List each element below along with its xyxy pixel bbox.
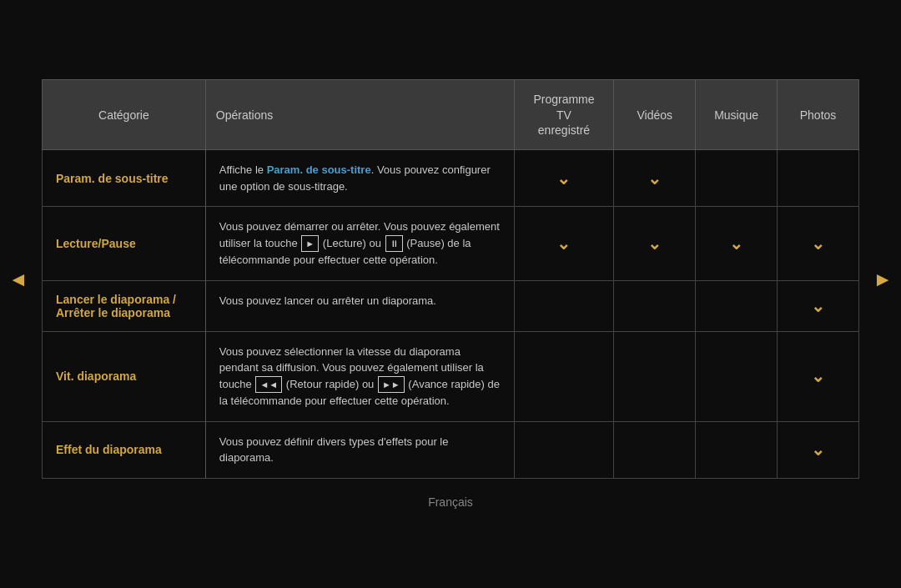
check-icon: ⌄: [647, 168, 662, 188]
musique-check-cell: ⌄: [696, 207, 778, 281]
operations-cell: Vous pouvez lancer ou arrêter un diapora…: [205, 280, 514, 331]
videos-check-cell: [614, 331, 696, 421]
tv-check-cell: [514, 421, 614, 478]
musique-check-cell: [696, 150, 778, 207]
videos-check-cell: [614, 421, 696, 478]
photos-check-cell: ⌄: [778, 280, 859, 331]
header-musique: Musique: [696, 80, 778, 150]
header-photos: Photos: [778, 80, 859, 150]
check-icon: ⌄: [729, 234, 743, 254]
photos-check-cell: [778, 150, 859, 207]
category-cell: Lancer le diaporama / Arrêter le diapora…: [43, 280, 206, 331]
check-icon: ⌄: [811, 234, 825, 254]
check-icon: ⌄: [556, 234, 571, 254]
check-icon: ⌄: [811, 440, 825, 460]
header-category: Catégorie: [43, 80, 206, 150]
table-row: Param. de sous-titre Affiche le Param. d…: [43, 150, 859, 207]
header-videos: Vidéos: [614, 80, 696, 150]
nav-arrow-right[interactable]: ►: [873, 268, 893, 291]
header-operations: Opérations: [205, 80, 514, 150]
tv-check-cell: ⌄: [514, 150, 614, 207]
check-icon: ⌄: [811, 296, 825, 316]
photos-check-cell: ⌄: [778, 331, 859, 421]
highlight-text: Param. de sous-titre: [267, 163, 371, 176]
videos-check-cell: ⌄: [614, 150, 696, 207]
forward-button-icon: ►►: [378, 376, 405, 394]
table-row: Effet du diaporama Vous pouvez définir d…: [43, 421, 859, 478]
musique-check-cell: [696, 421, 778, 478]
tv-check-cell: [514, 280, 614, 331]
header-tv: ProgrammeTVenregistré: [514, 80, 614, 150]
main-container: ◄ Catégorie Opérations ProgrammeTVenregi…: [42, 79, 859, 478]
category-cell: Effet du diaporama: [43, 421, 206, 478]
tv-check-cell: [514, 331, 614, 421]
tv-check-cell: ⌄: [514, 207, 614, 281]
pause-button-icon: ⏸: [385, 235, 403, 253]
nav-arrow-left[interactable]: ◄: [8, 268, 28, 291]
table-row: Lancer le diaporama / Arrêter le diapora…: [43, 280, 859, 331]
category-cell: Lecture/Pause: [43, 207, 206, 281]
operations-cell: Vous pouvez sélectionner la vitesse du d…: [205, 331, 514, 421]
feature-table: Catégorie Opérations ProgrammeTVenregist…: [42, 79, 859, 478]
footer-language: Français: [428, 495, 473, 509]
musique-check-cell: [696, 331, 778, 421]
category-cell: Vit. diaporama: [43, 331, 206, 421]
table-row: Lecture/Pause Vous pouvez démarrer ou ar…: [43, 207, 859, 281]
operations-cell: Affiche le Param. de sous-titre. Vous po…: [205, 150, 514, 207]
check-icon: ⌄: [811, 366, 825, 386]
check-icon: ⌄: [556, 168, 571, 188]
table-row: Vit. diaporama Vous pouvez sélectionner …: [43, 331, 859, 421]
photos-check-cell: ⌄: [778, 207, 859, 281]
operations-cell: Vous pouvez démarrer ou arrêter. Vous po…: [205, 207, 514, 281]
check-icon: ⌄: [647, 234, 662, 254]
operations-cell: Vous pouvez définir divers types d'effet…: [205, 421, 514, 478]
play-button-icon: ►: [301, 235, 319, 253]
videos-check-cell: ⌄: [614, 207, 696, 281]
rewind-button-icon: ◄◄: [255, 376, 282, 394]
photos-check-cell: ⌄: [778, 421, 859, 478]
musique-check-cell: [696, 280, 778, 331]
videos-check-cell: [614, 280, 696, 331]
category-cell: Param. de sous-titre: [43, 150, 206, 207]
